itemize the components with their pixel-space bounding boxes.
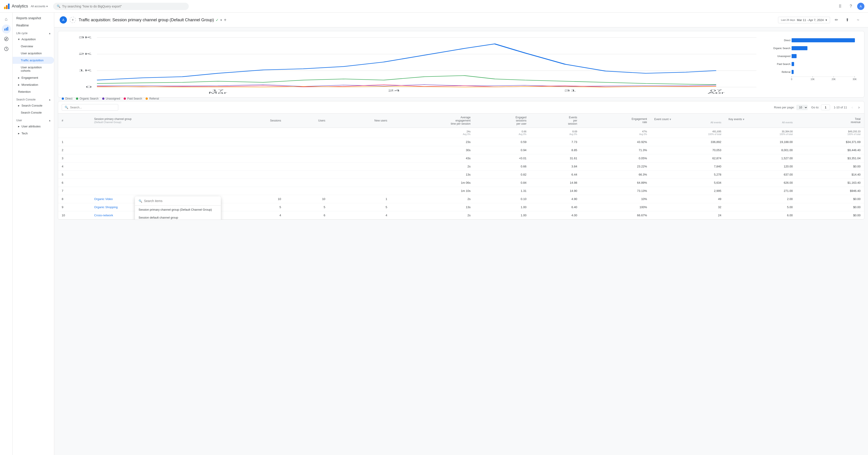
nav-item-traffic-acquisition[interactable]: Traffic acquisition <box>13 57 54 64</box>
global-search-input[interactable] <box>62 4 185 8</box>
nav-item-engagement[interactable]: ▸ Engagement <box>13 74 54 81</box>
col-header-channel[interactable]: Session primary channel group (Default C… <box>91 114 228 128</box>
nav-item-monetization[interactable]: ▸ Monetization <box>13 81 54 88</box>
dropdown-search-box[interactable]: 🔍 <box>135 196 221 206</box>
table-row: 5 13s 0.82 6.44 66.3% 5,278 637.00 $14.4… <box>58 171 864 179</box>
apps-icon[interactable]: ⠿ <box>835 2 844 11</box>
verified-icon: ✓ <box>216 18 219 22</box>
svg-rect-1 <box>6 5 8 9</box>
account-selector[interactable]: All accounts ▾ <box>31 5 48 8</box>
section-user[interactable]: User ▴ <box>13 116 54 123</box>
rows-per-page-label: Rows per page: <box>774 106 795 109</box>
go-to-label: Go to: <box>811 106 819 109</box>
svg-rect-5 <box>7 27 8 31</box>
title-menu-icon[interactable]: ▾ <box>220 18 222 22</box>
svg-text:10K: 10K <box>811 78 815 81</box>
monetization-expand-icon: ▸ <box>18 83 20 86</box>
bar-paid <box>792 62 794 66</box>
search-console-collapse-icon: ▴ <box>49 98 51 101</box>
chart-area: 3K 2K 1K 0 17 Mar 24 31 07 Apr <box>62 35 861 94</box>
legend-referral: Referral <box>146 97 159 100</box>
svg-text:Organic Search: Organic Search <box>773 47 790 50</box>
global-search-bar[interactable]: 🔍 <box>53 3 189 10</box>
user-acquisition-cohorts-label: User acquisition cohorts <box>21 66 51 73</box>
engagement-label: Engagement <box>22 76 38 79</box>
avg-row: 24sAvg 0% 0.66Avg 0% 8.69Avg 0% 47%Avg 0… <box>58 128 864 138</box>
date-range-picker[interactable]: Last 28 days Mar 11 - Apr 7, 2024 ▾ <box>778 17 830 23</box>
svg-text:Paid Search: Paid Search <box>777 63 790 65</box>
user-avatar[interactable]: A <box>857 3 864 10</box>
sidebar-item-realtime[interactable]: Realtime <box>13 22 54 29</box>
avg-event-count: 491,695100% of total <box>651 128 725 138</box>
legend-dot-unassigned <box>102 97 104 100</box>
next-page-button[interactable]: › <box>857 104 861 111</box>
nav-item-user-attributes[interactable]: ▸ User attributes <box>13 123 54 130</box>
help-icon[interactable]: ? <box>846 2 855 11</box>
edit-report-button[interactable]: ✏ <box>832 16 841 24</box>
reports-nav-icon[interactable] <box>2 24 11 33</box>
nav-item-search-console-parent[interactable]: ▸ Search Console <box>13 102 54 109</box>
explore-nav-icon[interactable] <box>2 34 11 44</box>
nav-item-search-console-child[interactable]: Search Console <box>13 109 54 116</box>
legend-dot-referral <box>146 97 148 100</box>
overview-label: Overview <box>21 45 33 48</box>
home-nav-icon[interactable]: ⌂ <box>2 15 11 24</box>
svg-rect-4 <box>6 28 7 31</box>
col-header-new-users[interactable]: New users <box>329 114 391 128</box>
avg-revenue: $49,293.33100% of total <box>796 128 864 138</box>
section-lifecycle[interactable]: Life cycle ▴ <box>13 29 54 36</box>
col-header-event-count[interactable]: Event count ▾ All events <box>651 114 725 128</box>
col-header-avg-engagement[interactable]: Averageengagementtime per session <box>391 114 474 128</box>
compare-button[interactable]: ~ <box>854 16 863 24</box>
avg-engaged-sessions: 0.66Avg 0% <box>474 128 530 138</box>
col-header-events-per-session[interactable]: Eventspersession <box>530 114 581 128</box>
bar-chart-area: Direct Organic Search Unassigned Paid Se… <box>770 35 861 94</box>
svg-text:31: 31 <box>564 89 577 92</box>
col-header-engaged-sessions[interactable]: Engagedsessionsper user <box>474 114 530 128</box>
section-search-console[interactable]: Search Console ▴ <box>13 95 54 102</box>
rows-per-page-select[interactable]: 10 25 50 <box>796 105 808 110</box>
nav-item-acquisition[interactable]: ▾ Acquisition <box>13 36 54 43</box>
col-header-engagement-rate[interactable]: Engagementrate <box>581 114 651 128</box>
ads-nav-icon[interactable] <box>2 44 11 53</box>
dropdown-item-2[interactable]: Session default channel group <box>135 214 221 220</box>
dropdown-search-icon: 🔍 <box>138 199 142 203</box>
avg-channel <box>91 128 228 138</box>
col-header-users[interactable]: Users <box>285 114 329 128</box>
dropdown-search-input[interactable] <box>144 199 217 203</box>
avg-key-events: 30,384.00100% of total <box>725 128 796 138</box>
bar-organic <box>792 46 807 50</box>
reports-snapshot-label: Reports snapshot <box>16 16 41 20</box>
table-row: 2 30s 0.94 8.85 71.3% 70,053 8,001.00 $9… <box>58 146 864 154</box>
col-header-key-events[interactable]: Key events ▾ All events <box>725 114 796 128</box>
table-search-input[interactable] <box>70 106 115 109</box>
nav-item-user-acquisition[interactable]: User acquisition <box>13 50 54 57</box>
avg-new-users <box>329 128 391 138</box>
prev-page-button[interactable]: ‹ <box>850 104 854 111</box>
dropdown-overlay: 🔍 Session primary channel group (Default… <box>135 196 221 220</box>
table-row: 7 1m 10s 1.31 14.90 73.13% 2,995 271.00 … <box>58 187 864 195</box>
share-button[interactable]: ⬆ <box>843 16 852 24</box>
svg-text:2K: 2K <box>79 53 92 55</box>
nav-item-tech[interactable]: ▸ Tech <box>13 130 54 137</box>
table-search-box[interactable]: 🔍 <box>62 104 118 111</box>
add-comparison-button[interactable]: + <box>70 17 76 23</box>
sidebar-item-reports-snapshot[interactable]: Reports snapshot <box>13 15 54 22</box>
user-attributes-label: User attributes <box>22 125 41 128</box>
avg-users <box>285 128 329 138</box>
realtime-label: Realtime <box>16 24 29 27</box>
col-header-sessions[interactable]: Sessions <box>228 114 285 128</box>
nav-item-user-acquisition-cohorts[interactable]: User acquisition cohorts <box>13 64 54 74</box>
svg-text:20K: 20K <box>832 78 836 81</box>
svg-text:24: 24 <box>388 89 400 92</box>
engagement-expand-icon: ▸ <box>18 76 20 79</box>
col-header-num: # <box>58 114 91 128</box>
avg-events-per-session: 8.69Avg 0% <box>530 128 581 138</box>
col-header-revenue[interactable]: Totalrevenue <box>796 114 864 128</box>
nav-item-overview[interactable]: Overview <box>13 43 54 50</box>
dropdown-item-1[interactable]: Session primary channel group (Default C… <box>135 206 221 214</box>
nav-item-retention[interactable]: Retention <box>13 88 54 95</box>
sidebar-icon-rail: ⌂ <box>0 13 13 223</box>
go-to-input[interactable] <box>821 105 830 110</box>
add-report-icon[interactable]: + <box>224 18 226 23</box>
